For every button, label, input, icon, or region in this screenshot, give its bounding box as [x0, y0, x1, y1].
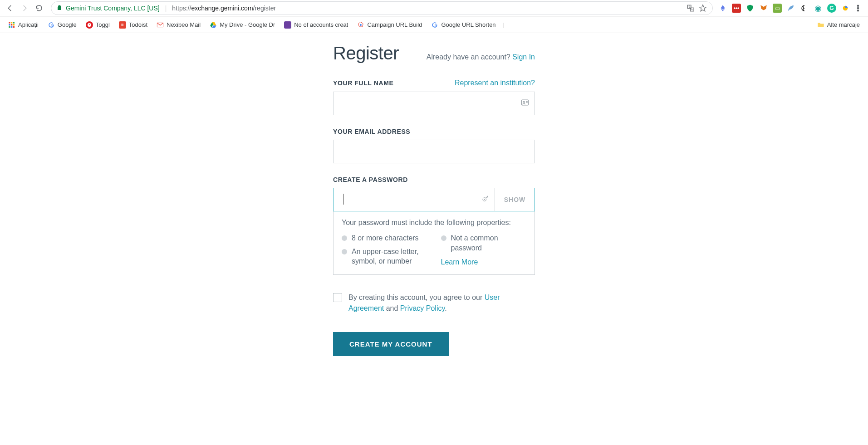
svg-rect-14 — [9, 26, 10, 27]
terms-row: By creating this account, you agree to o… — [333, 292, 535, 314]
browser-toolbar: Gemini Trust Company, LLC [US] | https:/… — [0, 0, 868, 16]
forward-button[interactable] — [18, 2, 31, 15]
svg-rect-9 — [11, 22, 12, 23]
gmail-icon — [157, 21, 164, 29]
bullet-icon — [342, 235, 347, 241]
svg-point-6 — [858, 8, 859, 9]
text-cursor — [343, 194, 343, 205]
svg-point-20 — [523, 101, 525, 103]
svg-text:A: A — [691, 8, 693, 11]
url-separator: | — [165, 5, 167, 12]
ethereum-icon[interactable] — [718, 4, 727, 13]
privacy-policy-link[interactable]: Privacy Policy — [400, 304, 445, 312]
svg-rect-15 — [11, 26, 12, 27]
password-input[interactable] — [333, 188, 495, 211]
svg-point-7 — [858, 10, 859, 11]
svg-rect-10 — [13, 22, 15, 23]
hourglass-icon[interactable] — [800, 4, 809, 13]
field-full-name: YOUR FULL NAME Represent an institution? — [333, 79, 535, 115]
bullet-icon — [441, 235, 446, 241]
apps-icon — [8, 21, 15, 29]
svg-point-24 — [484, 199, 485, 200]
green-ext-icon[interactable]: ▭ — [773, 4, 782, 13]
req-length: 8 or more characters — [342, 233, 427, 243]
bookmark-drive[interactable]: My Drive - Google Dr — [206, 20, 279, 30]
show-password-button[interactable]: SHOW — [495, 188, 535, 211]
bookmark-separator: | — [503, 21, 505, 28]
svg-text:文: 文 — [688, 5, 691, 8]
field-password: CREATE A PASSWORD SHOW Your password mus… — [333, 176, 535, 275]
full-name-label: YOUR FULL NAME — [333, 79, 393, 87]
svg-rect-11 — [9, 24, 10, 25]
todoist-icon: ≡ — [119, 21, 126, 29]
signin-link[interactable]: Sign In — [512, 53, 535, 61]
svg-point-5 — [858, 5, 859, 6]
bookmark-google[interactable]: Google — [44, 20, 80, 30]
cert-label: Gemini Trust Company, LLC [US] — [66, 5, 160, 12]
learn-more-link[interactable]: Learn More — [441, 258, 527, 266]
translate-icon[interactable]: 文A — [687, 4, 695, 12]
bullet-icon — [342, 249, 347, 254]
metamask-icon[interactable] — [759, 4, 768, 13]
folder-icon — [817, 21, 824, 29]
req-common: Not a common password — [441, 233, 527, 253]
gdrive-icon — [210, 21, 217, 29]
feather-icon[interactable] — [786, 4, 795, 13]
bookmark-shortener[interactable]: Google URL Shorten — [427, 20, 499, 30]
pie-ext-icon[interactable] — [841, 4, 850, 13]
terms-text: By creating this account, you agree to o… — [348, 292, 535, 314]
institution-link[interactable]: Represent an institution? — [455, 79, 535, 87]
toggl-icon — [86, 21, 93, 29]
field-email: YOUR EMAIL ADDRESS — [333, 128, 535, 163]
password-label: CREATE A PASSWORD — [333, 176, 408, 183]
url-text: https://exchange.gemini.com/register — [172, 5, 276, 12]
address-bar[interactable]: Gemini Trust Company, LLC [US] | https:/… — [51, 1, 713, 15]
page-title: Register — [333, 43, 399, 64]
page-viewport: Register Already have an account? Sign I… — [0, 33, 868, 445]
register-form: Register Already have an account? Sign I… — [333, 33, 535, 374]
svg-rect-13 — [13, 24, 15, 25]
google-icon — [431, 21, 438, 29]
svg-rect-12 — [11, 24, 12, 25]
svg-rect-8 — [9, 22, 10, 23]
bookmark-todoist[interactable]: ≡ Todoist — [115, 20, 151, 30]
bookmarks-bar: Aplicații Google Toggl ≡ Todoist Nexibeo… — [0, 16, 868, 33]
email-label: YOUR EMAIL ADDRESS — [333, 128, 410, 135]
bookmark-campaign[interactable]: Campaign URL Build — [353, 20, 426, 30]
shield-icon[interactable] — [745, 4, 755, 13]
browser-menu-button[interactable] — [852, 2, 864, 15]
svg-point-18 — [360, 24, 362, 26]
bookmark-nexibeo[interactable]: Nexibeo Mail — [153, 20, 204, 30]
already-have-account: Already have an account? Sign In — [427, 53, 535, 61]
reload-button[interactable] — [33, 2, 45, 15]
req-complexity: An upper-case letter, symbol, or number — [342, 247, 427, 266]
purple-app-icon — [284, 21, 291, 29]
bookmark-toggl[interactable]: Toggl — [82, 20, 113, 30]
url-builder-icon — [357, 21, 364, 29]
browser-chrome: Gemini Trust Company, LLC [US] | https:/… — [0, 0, 868, 33]
google-icon — [48, 21, 55, 29]
lock-icon — [57, 5, 62, 12]
password-requirements: Your password must include the following… — [333, 211, 535, 275]
back-button[interactable] — [4, 2, 16, 15]
apps-shortcut[interactable]: Aplicații — [5, 20, 42, 30]
teal-ext-icon[interactable]: ◉ — [814, 4, 823, 13]
email-input[interactable] — [333, 140, 535, 163]
create-account-button[interactable]: CREATE MY ACCOUNT — [333, 332, 449, 356]
lastpass-icon[interactable]: ••• — [732, 4, 741, 13]
bookmark-accounts[interactable]: No of accounts creat — [280, 20, 352, 30]
password-reqs-title: Your password must include the following… — [342, 219, 526, 227]
grammarly-icon[interactable]: G — [827, 4, 836, 13]
key-icon — [481, 195, 490, 205]
extension-icons: ••• ▭ ◉ G — [718, 4, 850, 13]
contact-card-icon — [520, 98, 530, 109]
svg-rect-16 — [13, 26, 15, 27]
star-icon[interactable] — [699, 4, 707, 12]
other-bookmarks[interactable]: Alte marcaje — [814, 20, 863, 30]
terms-checkbox[interactable] — [333, 293, 342, 302]
full-name-input[interactable] — [333, 92, 535, 115]
